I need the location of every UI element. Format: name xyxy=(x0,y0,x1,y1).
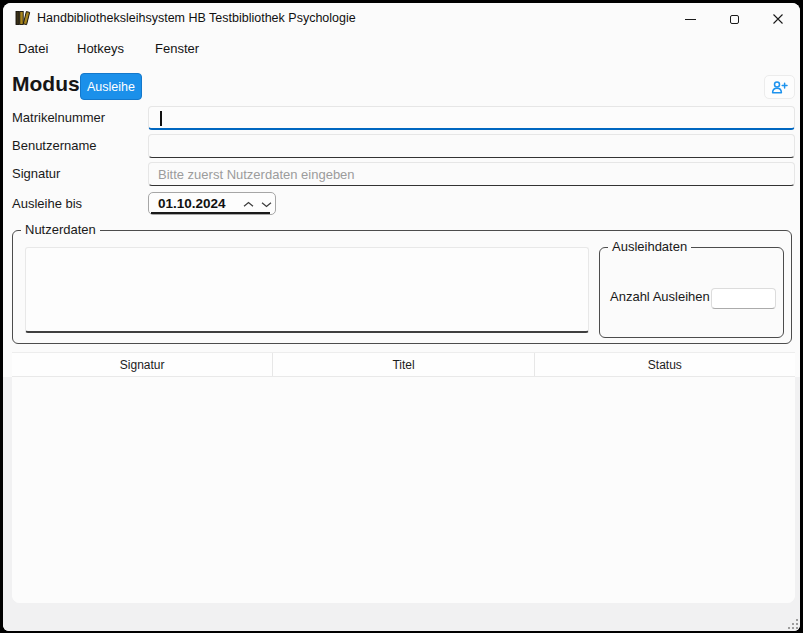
chevron-up-icon xyxy=(243,201,254,208)
date-spin-down-button[interactable] xyxy=(257,194,275,214)
column-header-titel[interactable]: Titel xyxy=(273,353,534,376)
results-table: Signatur Titel Status xyxy=(12,352,795,603)
benutzername-label: Benutzername xyxy=(12,134,97,158)
nutzerdaten-group-label: Nutzerdaten xyxy=(21,222,100,237)
mode-label: Modus xyxy=(12,72,80,96)
signatur-label: Signatur xyxy=(12,162,60,186)
minimize-icon xyxy=(685,19,696,20)
ausleihe-bis-label: Ausleihe bis xyxy=(12,192,82,216)
maximize-button[interactable] xyxy=(712,3,756,35)
books-icon xyxy=(14,9,32,27)
text-cursor xyxy=(160,111,162,126)
window-title: Handbibliotheksleihsystem HB Testbibliot… xyxy=(37,3,356,34)
nutzerdaten-textarea[interactable] xyxy=(25,247,589,333)
benutzername-input[interactable] xyxy=(148,134,795,158)
maximize-icon xyxy=(730,15,739,24)
menu-item-hotkeys[interactable]: Hotkeys xyxy=(73,39,128,58)
matrikelnummer-input[interactable] xyxy=(148,106,795,130)
table-header-row: Signatur Titel Status xyxy=(12,352,795,377)
anzahl-ausleihen-label: Anzahl Ausleihen xyxy=(610,289,710,304)
person-add-icon xyxy=(771,80,788,95)
chevron-down-icon xyxy=(261,201,272,208)
date-spin-up-button[interactable] xyxy=(239,194,257,214)
nutzerdaten-groupbox: Nutzerdaten Ausleihdaten Anzahl Ausleihe… xyxy=(12,230,792,344)
minimize-button[interactable] xyxy=(668,3,712,35)
app-window: Handbibliotheksleihsystem HB Testbibliot… xyxy=(3,3,800,631)
window-controls xyxy=(668,3,800,35)
title-bar: Handbibliotheksleihsystem HB Testbibliot… xyxy=(3,3,800,34)
resize-grip-icon[interactable] xyxy=(796,627,798,629)
ausleihdaten-group-label: Ausleihdaten xyxy=(608,239,691,254)
date-underline xyxy=(151,212,270,214)
close-icon xyxy=(772,13,784,25)
mode-ausleihe-button[interactable]: Ausleihe xyxy=(80,73,142,100)
signatur-input[interactable] xyxy=(148,162,795,186)
table-body-empty xyxy=(12,377,795,603)
column-header-signatur[interactable]: Signatur xyxy=(12,353,273,376)
anzahl-ausleihen-input[interactable] xyxy=(711,288,776,309)
add-user-button[interactable] xyxy=(764,75,795,99)
column-header-status[interactable]: Status xyxy=(535,353,795,376)
matrikelnummer-label: Matrikelnummer xyxy=(12,106,105,130)
ausleihdaten-groupbox: Ausleihdaten Anzahl Ausleihen xyxy=(599,247,784,338)
menu-bar: Datei Hotkeys Fenster xyxy=(3,36,800,62)
close-button[interactable] xyxy=(756,3,800,35)
ausleihe-bis-date-picker[interactable]: 01.10.2024 xyxy=(148,192,276,215)
menu-item-datei[interactable]: Datei xyxy=(14,39,52,58)
menu-item-fenster[interactable]: Fenster xyxy=(151,39,203,58)
date-value[interactable]: 01.10.2024 xyxy=(158,193,226,214)
